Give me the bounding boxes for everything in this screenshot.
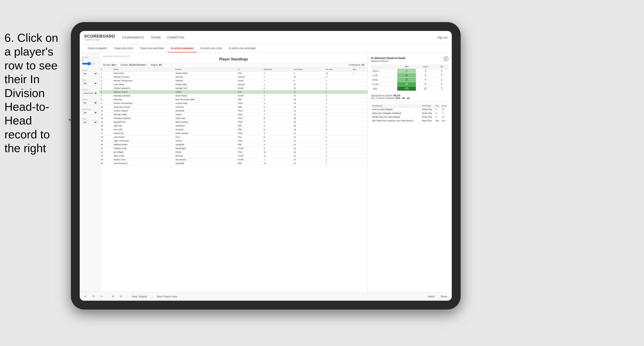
cell-reg-rank: 4 <box>263 105 293 109</box>
tab-player-summary[interactable]: PLAYER SUMMARY <box>168 45 197 52</box>
filter-region: Region N/A <box>82 98 97 105</box>
cell-school: Arizona State <box>174 102 237 105</box>
cell-rank: 19 <box>100 139 112 143</box>
table-row[interactable]: 18 Luke Powell UCLA First 8 24 0 <box>100 135 368 139</box>
gender-select[interactable]: Men <box>82 72 98 76</box>
h2h-loss: 11 <box>416 86 435 91</box>
nav-tournaments[interactable]: TOURNAMENTS <box>122 35 144 40</box>
share-button[interactable]: Share <box>439 295 448 299</box>
logo-area: SCOREBOARD Powered by clippi <box>84 34 115 41</box>
h2h-close-button[interactable]: ✕ <box>444 56 448 61</box>
cell-player: Brendan Valles <box>112 113 174 117</box>
redo-button[interactable]: ↪ <box>99 294 104 299</box>
cell-reg-rank: 4 <box>263 132 293 135</box>
sidebar-filters: No Rds. 6 Gender Men Year (All) <box>80 53 100 292</box>
undo-button[interactable]: ↩ <box>83 294 88 299</box>
cell-rank: 22 <box>100 150 112 154</box>
tab-team-summary[interactable]: TEAM SUMMARY <box>84 45 111 52</box>
cell-yr: Third <box>237 150 263 154</box>
h2h-col-tie: Tie <box>435 65 448 69</box>
year-select[interactable]: (All) <box>82 82 98 85</box>
no-rds-slider[interactable] <box>82 62 95 65</box>
cell-no-rds: 0 <box>325 120 352 124</box>
copy-button[interactable]: ⧉ <box>111 294 116 299</box>
h2h-loss: 9 <box>416 73 435 78</box>
table-row[interactable]: 17 David Ford North Carolina Third 4 21 … <box>100 132 368 135</box>
table-row[interactable]: 13 Phichakun Maichon Texas A&M Third 6 3… <box>100 117 368 120</box>
table-row[interactable]: 11 Gordon Sargent Vanderbilt Third 4 21 … <box>100 109 368 113</box>
table-row[interactable]: 22 Ian Gilligan Florida Third 10 24 1 <box>100 150 368 154</box>
table-row[interactable]: 14 Maxwell Ford North Carolina Third 4 2… <box>100 120 368 124</box>
filter-year-label: Year <box>82 79 97 81</box>
nav-teams[interactable]: TEAMS <box>150 35 160 40</box>
filter-bar-region: Region: All <box>150 64 162 66</box>
filter-bar-division: Division: NCAA Division I <box>120 64 146 66</box>
filter-bar-conference: Conference: All <box>349 64 364 66</box>
separator2: | <box>127 295 127 298</box>
cell-conf-rank: 21 <box>293 109 325 113</box>
table-row[interactable]: 6 Jackson Koivun Auburn First 1 17 1 <box>100 90 368 94</box>
watch-button[interactable]: Watch <box>426 295 436 299</box>
table-row[interactable]: 7 Nicholas Gabrelcik North Florida Fourt… <box>100 94 368 98</box>
nav-right: Sign out <box>438 36 447 39</box>
h2h-col-win: Win <box>397 65 416 69</box>
tab-team-h2h-heatmap[interactable]: TEAM H2H HEATMAP <box>136 45 168 52</box>
h2h-table: Win Loss Tie Top 10 8 3 2 11-25 20 9 5 2… <box>371 65 448 91</box>
table-row[interactable]: 23 Jack Lundin Missouri Fourth 11 24 1 <box>100 154 368 158</box>
nav-committee[interactable]: COMMITTEE <box>167 35 184 40</box>
undo2-button[interactable]: ⟲ <box>91 294 96 299</box>
players-table: # Player School Yr Reg Rank Conf Rank No… <box>100 67 368 165</box>
tab-player-h2h-grid[interactable]: PLAYER H2H GRID <box>197 45 226 52</box>
table-row[interactable]: 10 Jacob Mon Diesen Arkansas Fifth 4 25 … <box>100 105 368 109</box>
paste-button[interactable]: ⊡ <box>119 294 123 299</box>
conference-select[interactable]: (All) <box>82 111 98 115</box>
cell-conf-rank: 27 <box>293 113 325 117</box>
division-select[interactable]: NCAA Division I <box>82 91 98 95</box>
cell-no-rds: 0 <box>325 105 352 109</box>
table-row[interactable]: 19 Tiger Christensen Arizona Third 8 23 … <box>100 139 368 143</box>
cell-win <box>352 124 368 128</box>
cell-school: Washington <box>174 147 237 150</box>
cell-school: North Carolina <box>174 120 237 124</box>
t-pos: 4 <box>435 108 441 111</box>
table-row[interactable]: 2 Michael La Sasso Ole Miss Second 1 19 … <box>100 75 368 79</box>
tab-player-h2h-heatmap[interactable]: PLAYER H2H HEATMAP <box>226 45 259 52</box>
player-select[interactable]: (All) <box>82 121 98 124</box>
save-custom-button[interactable]: Save Custom View <box>156 295 179 299</box>
table-row[interactable]: 15 Jake Hall Tennessee Fifth 8 26 0 <box>100 124 368 128</box>
table-row[interactable]: 5 Christo Lamprecht Georgia Tech Fourth … <box>100 86 368 90</box>
table-row[interactable]: 21 Taehoon Song Washington Fourth 6 23 1 <box>100 147 368 150</box>
cell-yr: Third <box>237 139 263 143</box>
bottom-toolbar: ↩ ⟲ ↪ | ⧉ ⊡ | View: Original | Save Cust… <box>80 292 452 301</box>
table-row[interactable]: 9 Preston Summerhays Arizona State Third… <box>100 102 368 105</box>
cell-player: Michael Thorbjornsen <box>112 79 174 83</box>
cell-no-rds: 0 <box>325 75 352 79</box>
cell-no-rds: 1 <box>325 150 352 154</box>
table-row[interactable]: 20 Matthew Riedel Vanderbilt Fifth 8 23 … <box>100 143 368 147</box>
table-row[interactable]: 12 Brendan Valles Auburn Third 7 27 0 <box>100 113 368 117</box>
table-row[interactable]: 16 Alex Goff Kentucky Fifth 8 19 0 <box>100 128 368 132</box>
filter-player-label: Player <box>82 118 97 120</box>
cell-no-rds: 1 <box>325 132 352 135</box>
cell-yr: Third <box>237 120 263 124</box>
cell-win <box>352 98 368 102</box>
top-nav: SCOREBOARD Powered by clippi TOURNAMENTS… <box>80 31 452 44</box>
cell-win <box>352 117 368 120</box>
table-row[interactable]: 1 Wenyi Ding Arizona State First 1 1 14 … <box>100 71 368 75</box>
view-original-button[interactable]: View: Original <box>130 295 148 299</box>
cell-win <box>352 150 368 154</box>
table-row[interactable]: 3 Michael Thorbjornsen Stanford Fourth 1… <box>100 79 368 83</box>
cell-reg-rank: 8 <box>263 143 293 147</box>
cell-player: Jake Hall <box>112 124 174 128</box>
cell-no-rds: 1 <box>325 90 352 94</box>
cell-no-rds: 0 <box>325 135 352 139</box>
table-row[interactable]: 8 Mats Ege East Tennessee State Fifth 1 … <box>100 98 368 102</box>
tab-team-h2h-grid[interactable]: TEAM H2H GRID <box>111 45 136 52</box>
table-row[interactable]: 25 Cole Sherwood Vanderbilt Fifth 12 23 … <box>100 162 368 165</box>
sign-out-link[interactable]: Sign out <box>438 36 447 39</box>
region-select[interactable]: N/A <box>82 101 98 105</box>
table-row[interactable]: 4 Luke Claton Florida State Second 1 27 … <box>100 83 368 86</box>
cell-yr: Second <box>237 83 263 86</box>
cell-no-rds: 2 <box>325 86 352 90</box>
table-row[interactable]: 24 Bastien Amat New Mexico Fourth 1 27 2 <box>100 158 368 162</box>
